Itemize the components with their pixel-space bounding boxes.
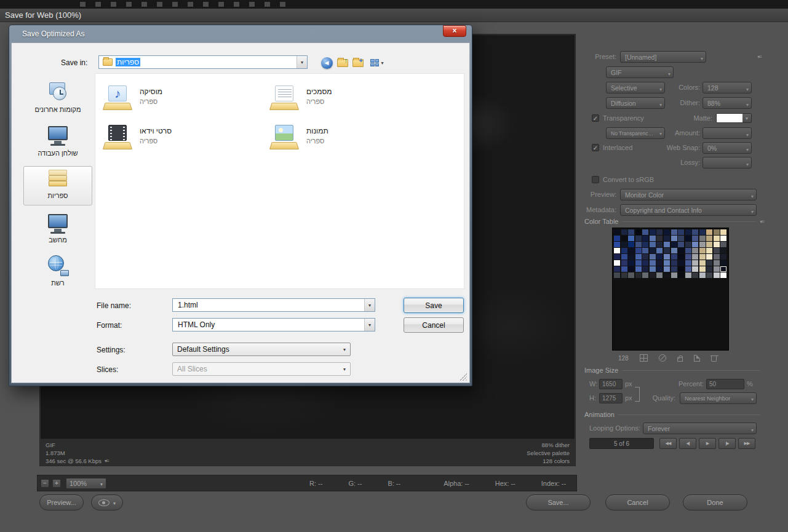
color-swatch[interactable] [621, 242, 627, 247]
color-swatch[interactable] [650, 236, 656, 241]
color-swatch[interactable] [678, 272, 684, 278]
next-frame-button[interactable]: |▶ [718, 438, 736, 449]
color-swatch[interactable] [656, 242, 663, 247]
color-swatch[interactable] [664, 272, 670, 278]
close-button[interactable]: × [443, 25, 466, 37]
color-swatch[interactable] [699, 229, 706, 235]
color-swatch[interactable] [621, 254, 627, 260]
color-swatch[interactable] [628, 272, 634, 278]
color-swatch[interactable] [706, 266, 712, 272]
color-swatch[interactable] [650, 260, 656, 266]
cancel-button-main[interactable]: Cancel [605, 494, 670, 510]
color-swatch[interactable] [650, 272, 656, 278]
amount-select[interactable] [702, 127, 752, 139]
preview-in-browser-button[interactable]: Preview... [39, 494, 84, 510]
web-snap-select[interactable]: 0% [702, 142, 752, 154]
color-swatch[interactable] [720, 260, 726, 266]
color-swatch[interactable] [642, 266, 648, 272]
transparency-dither-select[interactable]: No Transparency Dither [606, 127, 665, 139]
color-swatch[interactable] [671, 254, 677, 260]
dither-algorithm-select[interactable]: Diffusion [606, 97, 665, 109]
color-swatch[interactable] [635, 248, 642, 253]
color-swatch[interactable] [692, 272, 698, 278]
color-swatch[interactable] [635, 260, 642, 266]
chevron-down-icon[interactable]: ▾ [364, 319, 375, 331]
color-swatch[interactable] [699, 272, 706, 278]
color-swatch[interactable] [678, 242, 684, 247]
color-swatch[interactable] [714, 260, 720, 266]
color-swatch[interactable] [720, 266, 726, 272]
color-swatch[interactable] [621, 236, 627, 241]
color-swatch[interactable] [664, 266, 670, 272]
color-swatch[interactable] [664, 254, 670, 260]
color-swatch[interactable] [614, 254, 620, 260]
lossy-select[interactable] [702, 157, 752, 169]
looping-options-select[interactable]: Forever [643, 423, 757, 434]
color-swatch[interactable] [692, 229, 698, 235]
chevron-down-icon[interactable]: ▾ [364, 299, 375, 311]
file-item-music[interactable]: ♪ מוסיקהספריה [103, 85, 264, 113]
color-swatch[interactable] [635, 236, 642, 241]
color-swatch[interactable] [692, 242, 698, 247]
color-swatch[interactable] [628, 242, 634, 247]
snap-to-web-palette-icon[interactable] [640, 354, 648, 362]
color-swatch[interactable] [614, 248, 620, 253]
interlaced-checkbox[interactable]: ✓ [592, 144, 599, 151]
color-swatch[interactable] [706, 272, 712, 278]
play-button[interactable]: ▶ [699, 438, 716, 449]
color-swatch[interactable] [614, 266, 620, 272]
color-swatch[interactable] [628, 236, 634, 241]
previous-frame-button[interactable]: ◀| [679, 438, 696, 449]
color-swatch[interactable] [614, 260, 620, 266]
color-swatch[interactable] [714, 229, 720, 235]
color-swatch[interactable] [685, 236, 691, 241]
color-swatch[interactable] [671, 242, 677, 247]
resize-grip[interactable] [460, 373, 467, 381]
color-swatch[interactable] [678, 236, 684, 241]
color-swatch[interactable] [656, 260, 663, 266]
save-button-main[interactable]: Save... [526, 494, 591, 510]
save-button[interactable]: Save [404, 298, 464, 313]
color-swatch[interactable] [635, 272, 642, 278]
color-swatch[interactable] [714, 236, 720, 241]
color-swatch[interactable] [628, 229, 634, 235]
width-input[interactable]: 1650 [599, 379, 623, 389]
color-swatch[interactable] [706, 248, 712, 253]
color-swatch[interactable] [678, 229, 684, 235]
color-swatch[interactable] [699, 260, 706, 266]
color-swatch[interactable] [614, 229, 620, 235]
lock-color-icon[interactable] [677, 357, 683, 362]
color-swatch[interactable] [642, 248, 648, 253]
color-swatch[interactable] [699, 266, 706, 272]
color-swatch[interactable] [678, 260, 684, 266]
preview-mode-select[interactable]: Monitor Color [620, 189, 757, 200]
percent-input[interactable]: 50 [706, 379, 744, 389]
sidebar-item-network[interactable]: רשת [23, 253, 92, 293]
cancel-button[interactable]: Cancel [404, 317, 464, 333]
color-swatch[interactable] [720, 236, 726, 241]
delete-color-icon[interactable] [711, 355, 717, 362]
color-swatch[interactable] [635, 266, 642, 272]
color-swatch[interactable] [664, 260, 670, 266]
view-menu-button[interactable]: ▾ [367, 56, 387, 69]
color-swatch[interactable] [671, 236, 677, 241]
color-swatch[interactable] [720, 242, 726, 247]
first-frame-button[interactable]: ◀◀ [659, 438, 677, 449]
color-swatch[interactable] [678, 248, 684, 253]
color-swatch[interactable] [664, 236, 670, 241]
color-swatch[interactable] [664, 229, 670, 235]
color-swatch[interactable] [656, 272, 663, 278]
color-swatch[interactable] [678, 266, 684, 272]
color-swatch[interactable] [714, 254, 720, 260]
color-swatch[interactable] [656, 248, 663, 253]
transparency-map-icon[interactable] [659, 354, 666, 362]
color-swatch[interactable] [692, 260, 698, 266]
new-color-icon[interactable] [694, 355, 700, 362]
color-swatch[interactable] [628, 260, 634, 266]
color-swatch[interactable] [671, 260, 677, 266]
color-swatch[interactable] [642, 272, 648, 278]
color-swatch[interactable] [671, 229, 677, 235]
colors-select[interactable]: 128 [702, 82, 752, 93]
preset-select[interactable]: [Unnamed] [620, 51, 706, 63]
color-table-menu-icon[interactable]: ▾≡ [760, 219, 764, 224]
